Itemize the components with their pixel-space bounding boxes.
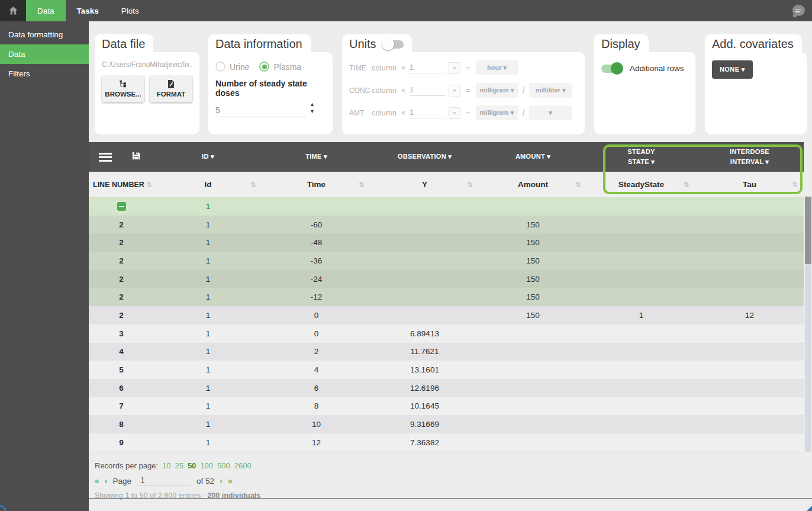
- next-page-button[interactable]: ›: [220, 476, 223, 486]
- page-count-label: of 52: [196, 477, 214, 486]
- format-button[interactable]: FORMAT: [150, 76, 192, 102]
- table-cell: 1: [154, 202, 262, 211]
- sidebar-item-data-formatting[interactable]: Data formatting: [0, 25, 89, 44]
- sidebar-item-data[interactable]: Data: [0, 44, 89, 64]
- scrollbar-thumb[interactable]: [805, 197, 811, 264]
- table-cell: 1: [154, 384, 262, 393]
- column-header-label: Id: [205, 180, 212, 189]
- last-page-button[interactable]: »: [228, 476, 233, 486]
- table-row: 41211.7621: [89, 343, 804, 361]
- table-cell: 6: [262, 384, 370, 393]
- collapse-row-button[interactable]: [117, 202, 126, 211]
- records-option-10[interactable]: 10: [162, 461, 170, 470]
- sidebar-items: Data formattingDataFilters: [0, 25, 89, 83]
- unit-factor-input[interactable]: 1: [410, 85, 445, 96]
- table-row: 210150112: [89, 306, 804, 324]
- column-menu-steady-state[interactable]: STEADYSTATE ▾: [587, 142, 695, 172]
- column-menu-time[interactable]: TIME ▾: [262, 142, 370, 172]
- sort-icon[interactable]: ⇅: [359, 181, 365, 189]
- table-cell: 1: [154, 329, 262, 338]
- column-header-id: Id ⇅: [154, 180, 262, 189]
- unit-select-conc-den[interactable]: milliliter ▾: [529, 83, 572, 98]
- main-content: Data file C:/Users/FranoMihaljevic/lix… …: [89, 21, 812, 511]
- table-cell: 2: [262, 347, 370, 356]
- sort-icon[interactable]: ⇅: [684, 181, 689, 189]
- records-option-2600[interactable]: 2600: [234, 461, 252, 470]
- chat-button[interactable]: [792, 5, 805, 17]
- table-cell: -48: [262, 238, 370, 247]
- column-menu-observation[interactable]: OBSERVATION ▾: [370, 142, 479, 172]
- column-menu-id[interactable]: ID ▾: [154, 142, 262, 172]
- unit-row-label: AMT: [349, 109, 372, 117]
- urine-label: Urine: [230, 62, 249, 72]
- data-file-panel: Data file C:/Users/FranoMihaljevic/lix… …: [95, 34, 199, 134]
- chat-icon: [792, 5, 805, 16]
- table-row: 21-36150: [89, 252, 804, 270]
- additional-rows-toggle[interactable]: [601, 65, 621, 73]
- column-header-steadystate: SteadyState ⇅: [587, 180, 695, 189]
- sort-icon[interactable]: ⇅: [467, 181, 473, 189]
- sort-icon[interactable]: ⇅: [575, 181, 581, 189]
- corner-decoration: [807, 506, 812, 511]
- unit-factor-input[interactable]: 1: [410, 108, 445, 118]
- table-cell: 8: [262, 401, 370, 410]
- spinner-down-icon[interactable]: ▼: [310, 109, 315, 114]
- unit-column-text: column: [372, 108, 401, 117]
- page-navigation: « ‹ Page 1 of 52 › »: [95, 475, 233, 486]
- display-title: Display: [594, 34, 649, 52]
- add-covariates-title: Add. covariates: [705, 34, 802, 52]
- unit-factor-input[interactable]: 1: [410, 63, 445, 73]
- records-per-page: Records per page:1025501005002600: [95, 461, 252, 470]
- table-cell: 5: [89, 365, 154, 374]
- unit-select-conc-num[interactable]: milligram ▾: [476, 83, 518, 98]
- plasma-radio[interactable]: [259, 62, 269, 72]
- table-scrollbar[interactable]: [805, 197, 811, 452]
- table-cell: 13.1601: [370, 365, 479, 374]
- browse-button[interactable]: BROWSE...: [102, 76, 144, 102]
- column-header-line-number: LINE NUMBER ⇅: [89, 181, 154, 189]
- prev-page-button[interactable]: ‹: [105, 476, 108, 486]
- records-option-25[interactable]: 25: [175, 461, 183, 470]
- table-cell: 12.6196: [370, 384, 479, 393]
- units-toggle[interactable]: [384, 40, 404, 49]
- table-menu-icon[interactable]: [99, 153, 112, 162]
- save-icon[interactable]: [132, 152, 140, 162]
- sort-icon[interactable]: ⇅: [250, 181, 256, 189]
- table-body: 121-6015021-4815021-3615021-2415021-1215…: [89, 197, 804, 452]
- sidebar-item-filters[interactable]: Filters: [0, 64, 89, 83]
- covariates-none-dropdown[interactable]: NONE ▾: [712, 60, 753, 79]
- unit-select-amt-num[interactable]: milligram ▾: [476, 105, 518, 120]
- sort-icon[interactable]: ⇅: [792, 181, 798, 189]
- unit-factor-dropdown[interactable]: ▼: [449, 85, 460, 97]
- column-menu-interdose-interval[interactable]: INTERDOSEINTERVAL ▾: [695, 142, 804, 172]
- unit-factor-dropdown[interactable]: ▼: [449, 62, 460, 74]
- unit-factor-dropdown[interactable]: ▼: [449, 107, 460, 119]
- tab-plots[interactable]: Plots: [110, 0, 150, 21]
- urine-radio[interactable]: [215, 62, 225, 72]
- page-number-input[interactable]: 1: [137, 475, 191, 486]
- tab-data[interactable]: Data: [26, 0, 66, 21]
- table-cell: 2: [89, 238, 154, 247]
- spinner-up-icon[interactable]: ▲: [310, 102, 315, 107]
- steady-state-doses-value[interactable]: 5: [215, 105, 305, 117]
- tab-tasks[interactable]: Tasks: [66, 0, 110, 21]
- unit-select-time-num[interactable]: hour ▾: [476, 60, 518, 75]
- table-cell: 9.31669: [370, 420, 479, 429]
- records-option-500[interactable]: 500: [217, 461, 230, 470]
- column-header-label: Amount: [518, 180, 548, 189]
- data-file-path: C:/Users/FranoMihaljevic/lix…: [102, 60, 192, 69]
- table-cell: 6: [89, 384, 154, 393]
- records-option-50[interactable]: 50: [188, 461, 196, 470]
- column-header-amount: Amount ⇅: [479, 180, 587, 189]
- table-cell: 1: [154, 365, 262, 374]
- records-option-100[interactable]: 100: [200, 461, 213, 470]
- unit-select-amt-den[interactable]: ▾: [529, 105, 572, 120]
- sort-icon[interactable]: ⇅: [144, 181, 152, 189]
- divide-sign: /: [523, 85, 525, 96]
- bottom-divider: [89, 498, 812, 499]
- column-menu-amount[interactable]: AMOUNT ▾: [479, 142, 587, 172]
- steady-state-doses-input[interactable]: 5 ▲ ▼: [215, 105, 315, 117]
- home-button[interactable]: [0, 0, 26, 21]
- first-page-button[interactable]: «: [95, 476, 99, 486]
- records-per-page-label: Records per page:: [95, 461, 158, 470]
